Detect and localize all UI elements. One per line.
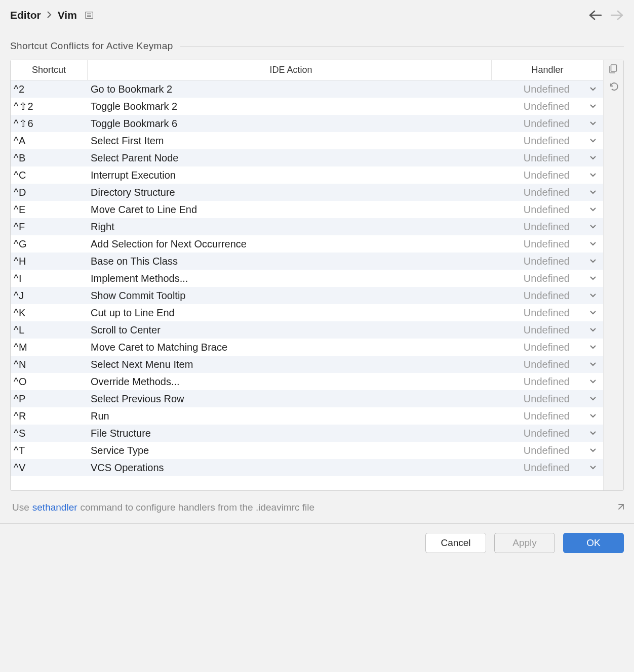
cell-shortcut: ^T [11, 445, 88, 456]
cell-action: Go to Bookmark 2 [88, 83, 492, 95]
cell-action: Select First Item [88, 135, 492, 147]
cell-action: VCS Operations [88, 462, 492, 474]
cell-handler-dropdown[interactable]: Undefined [492, 170, 603, 181]
cell-handler-dropdown[interactable]: Undefined [492, 359, 603, 370]
undo-icon[interactable] [609, 81, 619, 92]
cell-action: File Structure [88, 428, 492, 439]
cell-action: Directory Structure [88, 187, 492, 198]
handler-value: Undefined [524, 83, 570, 95]
cell-shortcut: ^V [11, 462, 88, 474]
table-row[interactable]: ^⇧6Toggle Bookmark 6Undefined [11, 115, 603, 132]
table-row[interactable]: ^NSelect Next Menu ItemUndefined [11, 356, 603, 373]
table-row[interactable]: ^GAdd Selection for Next OccurrenceUndef… [11, 235, 603, 253]
cell-handler-dropdown[interactable]: Undefined [492, 238, 603, 250]
table-row[interactable]: ^KCut up to Line EndUndefined [11, 304, 603, 321]
table-row[interactable]: ^LScroll to CenterUndefined [11, 321, 603, 339]
cell-shortcut: ^R [11, 410, 88, 422]
cell-action: Implement Methods... [88, 273, 492, 284]
handler-value: Undefined [524, 290, 570, 302]
cell-shortcut: ^O [11, 376, 88, 388]
cell-shortcut: ^K [11, 307, 88, 319]
chevron-down-icon [590, 104, 596, 108]
cell-handler-dropdown[interactable]: Undefined [492, 187, 603, 198]
cell-handler-dropdown[interactable]: Undefined [492, 118, 603, 130]
table-row[interactable]: ^IImplement Methods...Undefined [11, 270, 603, 287]
cell-handler-dropdown[interactable]: Undefined [492, 307, 603, 319]
handler-value: Undefined [524, 170, 570, 181]
cell-action: Select Parent Node [88, 152, 492, 164]
cell-action: Right [88, 221, 492, 233]
cell-handler-dropdown[interactable]: Undefined [492, 256, 603, 267]
cell-action: Cut up to Line End [88, 307, 492, 319]
svg-rect-2 [87, 15, 91, 15]
table-row[interactable]: ^SFile StructureUndefined [11, 425, 603, 442]
chevron-down-icon [590, 87, 596, 91]
cell-handler-dropdown[interactable]: Undefined [492, 273, 603, 284]
chevron-down-icon [590, 207, 596, 212]
chevron-down-icon [590, 311, 596, 315]
copy-icon[interactable] [609, 64, 618, 73]
col-header-action[interactable]: IDE Action [88, 60, 492, 80]
cell-handler-dropdown[interactable]: Undefined [492, 83, 603, 95]
table-row[interactable]: ^PSelect Previous RowUndefined [11, 390, 603, 407]
table-row[interactable]: ^OOverride Methods...Undefined [11, 373, 603, 390]
hint-suffix: command to configure handlers from the .… [81, 502, 315, 513]
cell-shortcut: ^L [11, 324, 88, 336]
cell-shortcut: ^B [11, 152, 88, 164]
cell-handler-dropdown[interactable]: Undefined [492, 221, 603, 233]
cell-handler-dropdown[interactable]: Undefined [492, 462, 603, 474]
sethandler-link[interactable]: sethandler [32, 502, 77, 513]
cell-handler-dropdown[interactable]: Undefined [492, 135, 603, 147]
cancel-button[interactable]: Cancel [425, 533, 486, 553]
table-row[interactable]: ^2Go to Bookmark 2Undefined [11, 80, 603, 98]
table-row[interactable]: ^FRightUndefined [11, 218, 603, 235]
cell-handler-dropdown[interactable]: Undefined [492, 101, 603, 112]
svg-rect-3 [87, 16, 91, 17]
handler-value: Undefined [524, 428, 570, 439]
table-row[interactable]: ^HBase on This ClassUndefined [11, 253, 603, 270]
settings-panel: Editor Vim Shortcut Conflicts for Active… [0, 0, 634, 672]
cell-handler-dropdown[interactable]: Undefined [492, 393, 603, 405]
chevron-down-icon [590, 431, 596, 435]
dialog-button-bar: Cancel Apply OK [0, 523, 634, 563]
external-link-icon[interactable] [617, 504, 624, 511]
table-row[interactable]: ^RRunUndefined [11, 407, 603, 425]
table-row[interactable]: ^CInterrupt ExecutionUndefined [11, 166, 603, 184]
cell-action: Add Selection for Next Occurrence [88, 238, 492, 250]
cell-shortcut: ^J [11, 290, 88, 302]
cell-handler-dropdown[interactable]: Undefined [492, 204, 603, 216]
col-header-handler[interactable]: Handler [492, 60, 603, 80]
handler-value: Undefined [524, 204, 570, 216]
breadcrumb-parent[interactable]: Editor [10, 9, 41, 21]
cell-handler-dropdown[interactable]: Undefined [492, 324, 603, 336]
cell-shortcut: ^P [11, 393, 88, 405]
table-row[interactable]: ^JShow Commit TooltipUndefined [11, 287, 603, 304]
table-row[interactable]: ^BSelect Parent NodeUndefined [11, 149, 603, 166]
col-header-shortcut[interactable]: Shortcut [11, 60, 88, 80]
cell-handler-dropdown[interactable]: Undefined [492, 410, 603, 422]
back-arrow-icon[interactable] [588, 10, 602, 20]
cell-handler-dropdown[interactable]: Undefined [492, 152, 603, 164]
ok-button[interactable]: OK [563, 533, 624, 553]
table-row[interactable]: ^ASelect First ItemUndefined [11, 132, 603, 149]
cell-shortcut: ^A [11, 135, 88, 147]
cell-shortcut: ^I [11, 273, 88, 284]
table-row[interactable]: ^EMove Caret to Line EndUndefined [11, 201, 603, 218]
cell-handler-dropdown[interactable]: Undefined [492, 290, 603, 302]
handler-value: Undefined [524, 462, 570, 474]
cell-handler-dropdown[interactable]: Undefined [492, 445, 603, 456]
table-row[interactable]: ^TService TypeUndefined [11, 442, 603, 459]
cell-shortcut: ^C [11, 170, 88, 181]
table-row[interactable]: ^MMove Caret to Matching BraceUndefined [11, 339, 603, 356]
cell-handler-dropdown[interactable]: Undefined [492, 376, 603, 388]
chevron-down-icon [590, 362, 596, 366]
cell-handler-dropdown[interactable]: Undefined [492, 428, 603, 439]
collapse-icon[interactable] [85, 12, 93, 19]
section-header: Shortcut Conflicts for Active Keymap [0, 26, 634, 57]
cell-handler-dropdown[interactable]: Undefined [492, 342, 603, 353]
table-row[interactable]: ^VVCS OperationsUndefined [11, 459, 603, 476]
table-row[interactable]: ^DDirectory StructureUndefined [11, 184, 603, 201]
cell-action: Base on This Class [88, 256, 492, 267]
cell-shortcut: ^2 [11, 83, 88, 95]
table-row[interactable]: ^⇧2Toggle Bookmark 2Undefined [11, 98, 603, 115]
